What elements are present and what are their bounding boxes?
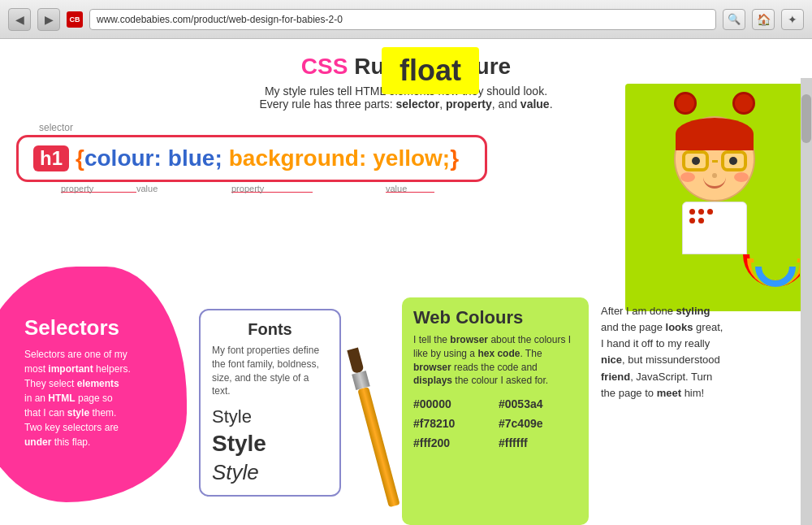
search-button[interactable]: 🔍	[723, 9, 745, 30]
font-italic: Style	[212, 460, 328, 485]
colours-title: Web Colours	[413, 307, 577, 328]
semi2: ;	[443, 145, 450, 171]
property2: background	[229, 145, 359, 171]
browser-chrome: ◀ ▶ CB www.codebabies.com/product/web-de…	[0, 0, 812, 39]
selectors-content: Selectors Selectors are one of my most i…	[12, 299, 179, 458]
scrollbar[interactable]	[801, 78, 812, 525]
colour-item: #7c409e	[499, 415, 577, 432]
font-normal: Style	[212, 406, 328, 427]
favicon: CB	[67, 11, 83, 28]
bookmark-button[interactable]: ✦	[781, 9, 804, 30]
colour-item: #fff200	[413, 435, 492, 451]
colon1: :	[153, 145, 161, 171]
scroll-thumb[interactable]	[801, 94, 811, 143]
label-value1: value	[136, 184, 158, 193]
brush-handle	[357, 387, 400, 508]
label-value2: value	[386, 184, 407, 193]
character-illustration	[625, 84, 804, 311]
brush-tip	[347, 348, 364, 375]
css-word: CSS	[301, 54, 348, 79]
address-bar[interactable]: www.codebabies.com/product/web-design-fo…	[89, 9, 716, 30]
property1: colour	[84, 145, 154, 171]
close-brace: }	[450, 145, 459, 171]
paintbrush	[341, 346, 407, 510]
fonts-card: Fonts My font properties define the font…	[199, 309, 341, 497]
selectors-text: Selectors are one of my most important h…	[24, 347, 171, 449]
page-content: CSS Rule Structure My style rules tell H…	[0, 39, 812, 525]
paintbrush-area	[341, 291, 406, 525]
top-section: CSS Rule Structure My style rules tell H…	[0, 39, 812, 206]
subtitle-line2: Every rule has three parts: selector, pr…	[259, 98, 552, 111]
home-button[interactable]: 🏠	[752, 9, 775, 30]
selectors-area: Selectors Selectors are one of my most i…	[0, 291, 191, 525]
bottom-section: Selectors Selectors are one of my most i…	[0, 291, 812, 525]
open-brace: {	[76, 145, 84, 171]
colour-item: #ffffff	[499, 435, 577, 451]
web-colours-area: Web Colours I tell the browser about the…	[402, 297, 589, 525]
value2: yellow	[373, 145, 443, 171]
label-property2: property	[231, 184, 264, 193]
fonts-title: Fonts	[212, 320, 328, 339]
colours-desc: I tell the browser about the colours I l…	[413, 333, 577, 388]
value1: blue	[168, 145, 215, 171]
colour-item: #00000	[413, 396, 492, 412]
colour-item: #f78210	[413, 415, 492, 432]
colour-grid: #00000 #0053a4 #f78210 #7c409e #fff200 #…	[413, 396, 577, 451]
semi1: ;	[214, 145, 222, 171]
label-property1: property	[61, 184, 93, 193]
url-text: www.codebabies.com/product/web-design-fo…	[97, 14, 343, 25]
back-button[interactable]: ◀	[8, 8, 31, 31]
colour-item: #0053a4	[499, 396, 577, 412]
selectors-title: Selectors	[24, 315, 171, 341]
colon2: :	[359, 145, 366, 171]
css-rule-box: h1 { colour : blue ; background : yellow…	[16, 135, 487, 182]
font-bold: Style	[212, 431, 328, 457]
selector-label: selector	[39, 122, 487, 133]
fonts-desc: My font properties define the font famil…	[212, 344, 328, 398]
h1-tag: h1	[33, 145, 69, 171]
forward-button[interactable]: ▶	[37, 8, 60, 31]
css-rule-container: selector h1 { colour : blue ; background…	[16, 122, 487, 206]
right-text-area: After I am done styling and the page loo…	[589, 291, 739, 525]
float-badge: float	[382, 47, 479, 94]
